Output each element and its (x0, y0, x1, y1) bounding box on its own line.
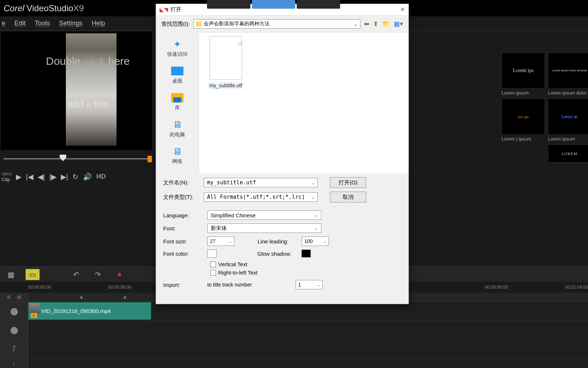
place-thispc[interactable]: 🖥 此电脑 (156, 116, 199, 143)
document-icon (210, 36, 242, 80)
chevron-down-icon: ⌄ (312, 195, 314, 200)
language-label: Language: (163, 212, 203, 218)
marker-icon: ▲ (122, 294, 127, 300)
font-color-swatch[interactable] (207, 250, 217, 258)
play-icon[interactable]: ▶ (16, 172, 21, 181)
file-open-dialog: ◣◥ 打开 ✕ 查找范围(I): 会声会影添加字幕的两种方法 ⌄ ⬅ ⬆ 📁 ▦… (156, 4, 409, 304)
scrub-end-marker[interactable] (148, 156, 152, 162)
view-menu-icon[interactable]: ▦▾ (394, 20, 403, 28)
menu-edit[interactable]: Edit (14, 20, 26, 27)
mode-clip[interactable]: Clip (2, 177, 12, 183)
place-quickaccess[interactable]: ✦ 快速访问 (156, 36, 199, 63)
preview-scrubber[interactable] (2, 152, 152, 166)
chevron-down-icon: ⌄ (323, 239, 326, 244)
quickaccess-icon: ✦ (171, 39, 184, 50)
tab-edit[interactable] (252, 0, 295, 9)
line-leading-label: Line leading: (258, 238, 297, 244)
track-add-icon[interactable]: ⊞ (7, 294, 10, 300)
up-icon[interactable]: ⬆ (373, 20, 378, 28)
new-folder-icon[interactable]: 📁 (382, 20, 390, 28)
menu-help[interactable]: Help (92, 20, 105, 27)
step-back-icon[interactable]: ◀| (38, 172, 45, 181)
place-network[interactable]: 🖥 网络 (156, 143, 199, 170)
overlay-track[interactable]: ⬤ (0, 321, 588, 339)
vertical-text-checkbox[interactable] (210, 262, 216, 267)
scrub-handle[interactable] (60, 155, 66, 161)
back-icon[interactable]: ⬅ (364, 20, 369, 28)
title-track[interactable]: T (0, 339, 588, 358)
preview-viewport[interactable]: Double-click here add a title (1, 32, 152, 150)
chevron-down-icon: ⌄ (354, 21, 358, 27)
dialog-form: 文件名(N): my_subtitle.utf ⌄ 打开(O) 文件类型(T):… (156, 173, 409, 289)
place-library[interactable]: 库 (156, 89, 199, 116)
rtl-text-checkbox[interactable] (210, 270, 216, 276)
undo-icon[interactable]: ↶ (69, 269, 83, 280)
glow-color-swatch[interactable] (301, 250, 311, 258)
dialog-title: 打开 (170, 6, 181, 13)
menu-settings[interactable]: Settings (59, 20, 83, 27)
audio-indicator-icon: 🔊 (31, 313, 37, 318)
folder-combo[interactable]: 会声会影添加字幕的两种方法 ⌄ (193, 19, 360, 29)
line-leading-select[interactable]: 100 ⌄ (302, 237, 329, 246)
close-icon[interactable]: ✕ (400, 6, 405, 13)
chevron-down-icon: ⌄ (312, 180, 314, 185)
next-icon[interactable]: ▶| (61, 172, 68, 181)
loop-icon[interactable]: ↻ (72, 172, 79, 181)
marker-icon: ▲ (79, 294, 84, 300)
lib-item[interactable]: Lorem ipsum dolor sit amet Lorem ipsum d… (548, 53, 588, 96)
scrub-track (4, 158, 150, 159)
place-desktop[interactable]: 桌面 (156, 63, 199, 89)
font-select[interactable]: 新宋体 ⌄ (207, 223, 321, 233)
mode-project[interactable]: oject (2, 171, 12, 177)
prev-icon[interactable]: |◀ (26, 172, 33, 181)
computer-icon: 🖥 (171, 119, 184, 130)
lib-item[interactable]: ore ips Lorem | ipsum (502, 99, 545, 142)
tab-capture[interactable] (207, 0, 250, 9)
filename-input[interactable]: my_subtitle.utf ⌄ (204, 178, 318, 187)
storyboard-view-icon[interactable]: ▦ (4, 269, 18, 280)
filetype-select[interactable]: All Formats(*.utf;*.srt;*.lrc) ⌄ (204, 192, 318, 202)
video-track[interactable]: ⬤ VID_20191216_090300.mp4 🔊 (0, 302, 588, 321)
menu-file[interactable]: e (2, 20, 5, 27)
clip-thumbnail (29, 303, 39, 314)
lib-item[interactable]: Loren ip Lorem ipsum (548, 99, 588, 142)
folder-icon (196, 21, 202, 26)
volume-icon[interactable]: 🔊 (83, 172, 92, 181)
file-name: my_subtitle.utf (208, 82, 244, 89)
library-grid: Lorem ips Lorem ipsum Lorem ipsum dolor … (409, 53, 586, 163)
chevron-down-icon: ⌄ (314, 213, 318, 218)
brand-suffix: X9 (73, 3, 84, 13)
menu-tools[interactable]: Tools (35, 20, 50, 27)
audio-track[interactable]: ♪ (0, 358, 588, 368)
tab-share[interactable] (297, 0, 340, 9)
font-size-select[interactable]: 27 ⌄ (207, 237, 234, 246)
step-fwd-icon[interactable]: |▶ (49, 172, 56, 181)
open-button[interactable]: 打开(O) (330, 177, 366, 188)
lib-item[interactable]: Lorem ips Lorem ipsum (502, 53, 545, 96)
preview-overlay-1: Double-click here (46, 55, 130, 67)
track-settings-icon[interactable]: ▤ (17, 294, 21, 300)
desktop-icon (171, 66, 184, 76)
app-icon: ◣◥ (160, 7, 168, 13)
import-track-select[interactable]: 1 ⌄ (296, 280, 323, 289)
redo-icon[interactable]: ↷ (90, 269, 105, 280)
cancel-button[interactable]: 取消 (330, 192, 366, 202)
overlay-track-icon[interactable]: ⬤ (0, 321, 28, 339)
import-text: to title track number (207, 282, 269, 288)
hd-toggle[interactable]: HD (96, 173, 106, 180)
video-track-icon[interactable]: ⬤ (0, 302, 28, 320)
audio-track-icon[interactable]: ♪ (0, 358, 28, 368)
record-icon[interactable]: ● (112, 269, 127, 280)
lib-item[interactable]: LOREM (548, 145, 588, 163)
filetype-label: 文件类型(T): (163, 194, 199, 201)
timeline-view-icon[interactable]: ▭ (25, 269, 40, 280)
preview-overlay-2: add a title (68, 99, 109, 110)
font-size-label: Font size: (163, 238, 203, 244)
preview-thumbnail (66, 33, 117, 146)
filename-label: 文件名(N): (163, 179, 199, 186)
file-list[interactable]: my_subtitle.utf (199, 32, 409, 173)
title-track-icon[interactable]: T (0, 339, 28, 358)
file-item[interactable]: my_subtitle.utf (203, 36, 249, 89)
language-select[interactable]: Simplified Chinese ⌄ (207, 210, 321, 220)
video-clip[interactable]: VID_20191216_090300.mp4 🔊 (28, 302, 151, 320)
